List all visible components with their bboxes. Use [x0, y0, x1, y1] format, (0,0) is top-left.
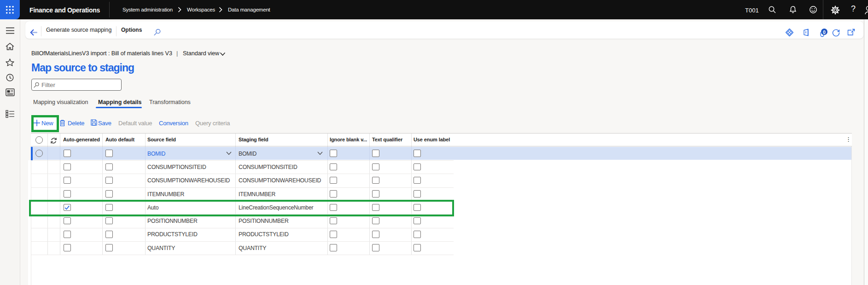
svg-text:0: 0: [823, 29, 826, 35]
